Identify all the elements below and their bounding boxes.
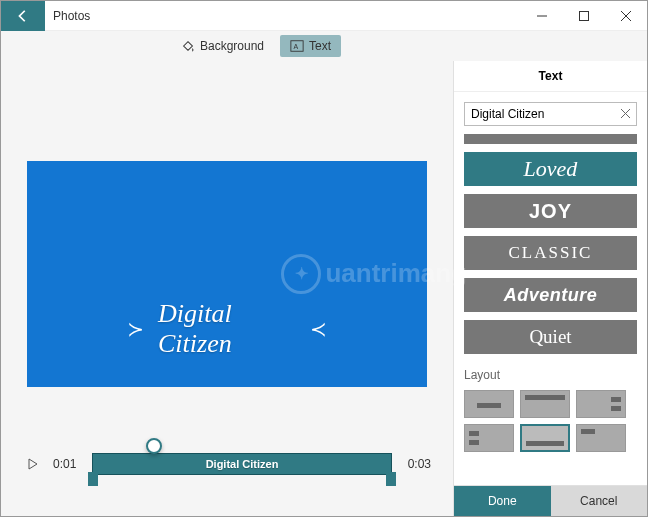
style-loved[interactable]: Loved xyxy=(464,152,637,186)
panel-footer: Done Cancel xyxy=(454,485,647,516)
maximize-button[interactable] xyxy=(563,1,605,31)
minimize-icon xyxy=(537,11,547,21)
layout-grid xyxy=(464,390,637,452)
background-tab[interactable]: Background xyxy=(171,35,274,57)
paint-bucket-icon xyxy=(181,39,195,53)
style-adventure[interactable]: Adventure xyxy=(464,278,637,312)
style-classic[interactable]: CLASSIC xyxy=(464,236,637,270)
ornament-right-icon: ≺ xyxy=(310,317,327,341)
timeline: 0:01 Digital Citizen 0:03 xyxy=(19,426,435,516)
start-time-label: 0:01 xyxy=(53,457,76,471)
cancel-button[interactable]: Cancel xyxy=(551,486,648,516)
panel-scroll[interactable]: Loved JOY CLASSIC Adventure Quiet Layout xyxy=(454,92,647,485)
playhead[interactable] xyxy=(146,438,162,454)
back-button[interactable] xyxy=(1,1,45,31)
canvas-text: Digital Citizen xyxy=(158,299,296,359)
title-bar: Photos xyxy=(1,1,647,31)
layout-section-label: Layout xyxy=(464,368,637,382)
text-input-box xyxy=(464,102,637,126)
trim-handle-left[interactable] xyxy=(88,472,98,486)
style-item-previous-peek[interactable] xyxy=(464,134,637,144)
app-title: Photos xyxy=(53,9,90,23)
style-quiet[interactable]: Quiet xyxy=(464,320,637,354)
layout-center[interactable] xyxy=(464,390,514,418)
clear-text-button[interactable] xyxy=(621,107,630,121)
end-time-label: 0:03 xyxy=(408,457,431,471)
style-joy[interactable]: JOY xyxy=(464,194,637,228)
svg-rect-1 xyxy=(580,11,589,20)
close-button[interactable] xyxy=(605,1,647,31)
layout-left-side[interactable] xyxy=(464,424,514,452)
title-card-canvas[interactable]: ✦ uantrimang ≺ Digital Citizen ≺ xyxy=(27,161,427,387)
layout-right-side[interactable] xyxy=(576,390,626,418)
maximize-icon xyxy=(579,11,589,21)
done-button[interactable]: Done xyxy=(454,486,551,516)
text-input[interactable] xyxy=(471,107,621,121)
content-area: ✦ uantrimang ≺ Digital Citizen ≺ 0:01 Di… xyxy=(1,61,647,516)
canvas-area: ✦ uantrimang ≺ Digital Citizen ≺ 0:01 Di… xyxy=(1,61,453,516)
clip-band[interactable]: Digital Citizen xyxy=(92,453,391,475)
text-tab-label: Text xyxy=(309,39,331,53)
watermark-logo-icon: ✦ xyxy=(281,254,321,294)
svg-text:A: A xyxy=(294,43,299,50)
layout-top-bar[interactable] xyxy=(520,390,570,418)
minimize-button[interactable] xyxy=(521,1,563,31)
background-tab-label: Background xyxy=(200,39,264,53)
timeline-track[interactable]: Digital Citizen xyxy=(86,444,397,484)
clear-icon xyxy=(621,109,630,118)
layout-bottom-bar[interactable] xyxy=(520,424,570,452)
clip-band-label: Digital Citizen xyxy=(206,458,279,470)
ornament-left-icon: ≺ xyxy=(127,317,144,341)
trim-handle-right[interactable] xyxy=(386,472,396,486)
layout-corner[interactable] xyxy=(576,424,626,452)
text-icon: A xyxy=(290,39,304,53)
window-controls xyxy=(521,1,647,31)
editor-toolbar: Background A Text xyxy=(1,31,647,61)
watermark: ✦ uantrimang xyxy=(281,254,467,294)
panel-title: Text xyxy=(454,61,647,92)
side-panel: Text Loved JOY CLASSIC Adventure Quiet L… xyxy=(453,61,647,516)
canvas-text-overlay: ≺ Digital Citizen ≺ xyxy=(127,299,327,359)
play-button[interactable] xyxy=(23,454,43,474)
text-tab[interactable]: A Text xyxy=(280,35,341,57)
play-icon xyxy=(27,458,39,470)
close-icon xyxy=(621,11,631,21)
back-arrow-icon xyxy=(16,9,30,23)
canvas-holder: ✦ uantrimang ≺ Digital Citizen ≺ xyxy=(19,61,435,426)
